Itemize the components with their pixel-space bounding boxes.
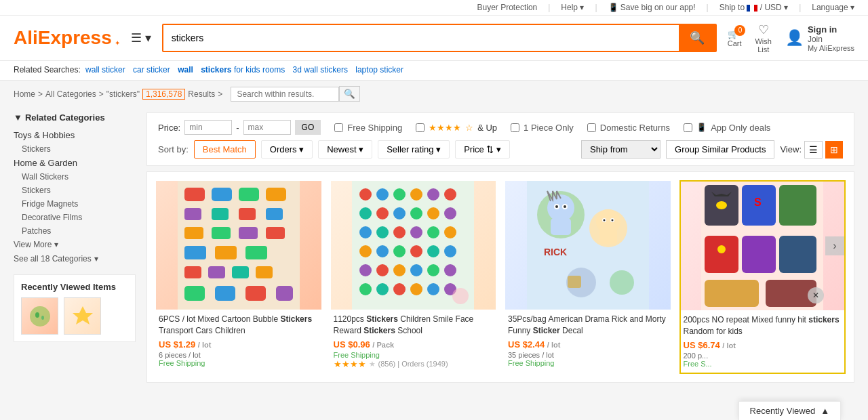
svg-point-35 [359,207,372,219]
filter-stars[interactable]: ★★★★ ☆ & Up [416,123,497,133]
free-shipping-checkbox[interactable] [334,123,343,132]
sidebar-item-decorative-films[interactable]: Decorative Films [14,211,136,224]
svg-point-55 [393,264,406,276]
svg-point-65 [452,288,469,304]
join-label[interactable]: Join [808,35,854,44]
product-card-2[interactable]: 1120pcs Stickers Children Smile Face Rew… [330,180,497,374]
sort-orders[interactable]: Orders [261,140,313,159]
app-only-checkbox[interactable] [684,123,692,132]
svg-rect-10 [212,208,229,220]
sort-price[interactable]: Price ⇅ [455,140,510,159]
svg-point-50 [410,245,422,257]
svg-rect-23 [256,266,273,278]
search-within-input[interactable] [231,87,339,102]
cart-icon[interactable]: 🛒 0 Cart [728,29,742,47]
related-search-kids-rooms[interactable]: stickers for kids rooms [201,65,285,75]
myaccount-label[interactable]: My AliExpress [808,44,854,52]
svg-rect-76 [599,230,617,245]
price-filter: Price: - GO [158,120,321,135]
product-card-3[interactable]: RICK 35Pcs/bag American Drama Rick and M… [505,180,671,374]
svg-point-51 [427,245,439,257]
wishlist-button[interactable]: ♡ WishList [755,22,771,54]
domestic-returns-checkbox[interactable] [587,123,596,132]
ship-to[interactable]: Ship to / USD ▾ [719,3,788,12]
svg-rect-22 [232,266,249,278]
sort-best-match[interactable]: Best Match [194,140,256,159]
related-search-laptop[interactable]: laptop sticker [355,65,403,75]
ship-from-select[interactable]: Ship from China United States [581,140,660,159]
sidebar-item-wall-stickers[interactable]: Wall Stickers [14,170,136,184]
product-shipping-2: Free Shipping [334,351,494,359]
product-nav-arrow[interactable]: › [825,236,844,255]
see-all-categories[interactable]: See all 18 Categories ▾ [14,254,136,264]
svg-rect-26 [245,286,266,301]
help-link[interactable]: Help ▾ [561,3,584,12]
svg-marker-3 [73,306,93,324]
price-go-button[interactable]: GO [295,120,321,135]
language-selector[interactable]: Language ▾ [812,3,854,12]
search-within-button[interactable]: 🔍 [339,86,360,102]
sidebar-item-fridge-magnets[interactable]: Fridge Magnets [14,197,136,211]
piece-only-checkbox[interactable] [511,123,519,132]
product-card-1[interactable]: 6PCS / lot Mixed Cartoon Bubble Stickers… [155,180,322,374]
related-search-3d-wall[interactable]: 3d wall stickers [293,65,348,75]
view-list-button[interactable]: ☰ [804,141,823,159]
app-promo[interactable]: 📱 Save big on our app! [608,3,696,12]
group-similar-button[interactable]: Group Similar Products [666,140,774,159]
sidebar-item-stickers-1[interactable]: Stickers [14,142,136,156]
sort-seller-rating[interactable]: Seller rating [378,140,450,159]
search-button[interactable]: 🔍 [679,25,715,51]
sort-bar: Sort by: Best Match Orders Newest Seller… [158,140,843,159]
menu-icon[interactable]: ☰ ▾ [131,30,151,45]
sidebar-item-home-garden[interactable]: Home & Garden [14,156,136,170]
svg-point-53 [359,264,372,276]
sidebar-item-patches[interactable]: Patches [14,224,136,238]
product-close-button[interactable]: ✕ [808,287,824,303]
svg-rect-18 [215,246,237,259]
svg-point-1 [35,312,39,318]
view-grid-button[interactable]: ⊞ [825,141,843,159]
svg-rect-13 [184,227,203,239]
sort-label: Sort by: [158,144,189,154]
search-input[interactable] [163,27,679,49]
product-image-4: S [681,182,845,310]
rv-item-2[interactable] [64,297,101,335]
breadcrumb-all-categories[interactable]: All Categories [45,89,96,99]
signin-label[interactable]: Sign in [808,24,854,35]
sidebar-item-stickers-2[interactable]: Stickers [14,184,136,197]
product-info-1: 6PCS / lot Mixed Cartoon Bubble Stickers… [156,310,321,371]
svg-rect-25 [215,286,235,301]
content-area: Price: - GO Free Shipping ★★★★ ☆ & Up [146,112,854,383]
svg-rect-101 [779,236,816,273]
related-search-wall[interactable]: wall [178,65,193,75]
svg-rect-24 [184,286,205,301]
svg-rect-102 [705,280,759,307]
svg-point-2 [41,316,44,320]
svg-point-46 [444,226,456,238]
filter-domestic-returns[interactable]: Domestic Returns [587,123,670,133]
stars-checkbox[interactable] [416,123,425,132]
svg-point-31 [393,188,406,201]
filter-piece-only[interactable]: 1 Piece Only [511,123,574,133]
product-card-4[interactable]: S [679,180,846,374]
breadcrumb-home[interactable]: Home [14,89,35,99]
filter-row-1: Price: - GO Free Shipping ★★★★ ☆ & Up [158,120,843,135]
logo[interactable]: AliExpress ✦ [14,27,120,49]
filter-app-only[interactable]: 📱 App Only deals [684,123,770,133]
sort-newest[interactable]: Newest [318,140,372,159]
signin-area[interactable]: 👤 Sign in Join My AliExpress [785,24,854,52]
product-image-1 [156,181,321,310]
sidebar-item-toys-hobbies[interactable]: Toys & Hobbies [14,128,136,142]
related-search-wall-sticker[interactable]: wall sticker [85,65,125,75]
svg-rect-17 [184,246,206,259]
price-max-input[interactable] [243,120,291,135]
buyer-protection[interactable]: Buyer Protection [477,3,538,12]
price-label: Price: [158,123,180,133]
view-more-button[interactable]: View More ▾ [14,238,136,251]
price-min-input[interactable] [184,120,232,135]
rv-item-1[interactable] [21,297,58,335]
related-search-car-sticker[interactable]: car sticker [133,65,170,75]
product-price-2: US $0.96 / Pack [334,339,494,350]
filter-free-shipping[interactable]: Free Shipping [334,123,402,133]
svg-point-38 [410,207,422,219]
